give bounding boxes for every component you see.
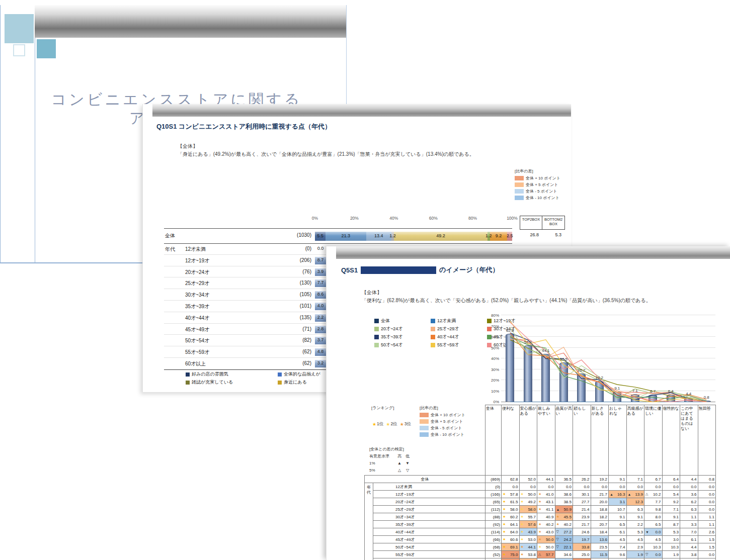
q10-axis-tick: 100% (502, 216, 522, 221)
q10-x-axis: 0%20%40%60%80%100% (315, 216, 512, 222)
q5-cell-value: 4.5 (655, 537, 661, 542)
q5-cell-value: 41.1 (546, 507, 554, 512)
q5-cell: 0.0 (662, 483, 680, 491)
cover-left-rule (35, 38, 35, 262)
q5-cell-value: 0.8 (709, 477, 714, 482)
q5-legend-label: 全体 (381, 318, 390, 324)
q5-cell-value: 6.5 (655, 522, 661, 527)
q5-row-label: 12才~19才 (373, 491, 485, 498)
q5-bar-value: 9.1 (608, 386, 626, 391)
q5-cell: 20.7 (591, 521, 609, 528)
q10-header-bar (152, 104, 571, 117)
rank-star-icon: ★ (521, 492, 524, 496)
q5-cell-value: 64.1 (510, 522, 518, 527)
q5-cell-value: 58.0 (510, 507, 518, 512)
q5-cell-value: 0.0 (637, 485, 643, 489)
q5-cell: ★53.0 (519, 536, 537, 543)
q5-legend-swatch (431, 327, 435, 331)
q5-cell-value: 0.0 (584, 485, 589, 489)
ratio-label: 全体 + 5 ポイント (526, 182, 558, 188)
q5-row-n: (112) (485, 506, 502, 513)
q5-cell-value: 75.0 (510, 552, 518, 557)
q10-age-group-label: 年代 (165, 246, 175, 253)
q5-cell: 18.2 (591, 513, 609, 521)
q5-legend-swatch (431, 319, 435, 323)
significance-mark-icon: ▽ (556, 545, 559, 549)
q10-ratio-legend: [比率の差]全体 + 10 ポイント全体 + 5 ポイント全体 - 5 ポイント… (515, 168, 570, 201)
q5-cell-value: 7.7 (655, 500, 661, 504)
q5-row-label: 12才未満 (373, 483, 485, 491)
q5-cell-value: 0.0 (655, 485, 661, 489)
q10-title: Q10S1 コンビニエンスストア利用時に重視する点（年代） (156, 122, 331, 131)
ratio-label: 全体 + 10 ポイント (431, 412, 465, 418)
q5-cell: ▲13.9 (626, 491, 644, 498)
q10-segment-value: 5.5 (317, 233, 323, 238)
q5-legend-item: 40才~44才 (431, 333, 487, 341)
q5-y-tick-label: 40% (483, 356, 499, 361)
q5-cell: 7.1 (662, 506, 680, 513)
significance-mark-icon: ▼ (645, 530, 649, 534)
q5-cell-value: 6.3 (691, 507, 696, 512)
rank-star-icon: ★ (503, 537, 506, 541)
q5-cell: 6.5 (609, 521, 627, 528)
q5-legend-label: 35才~39才 (381, 334, 402, 340)
q5-cell: △10.2 (644, 491, 663, 498)
q10-row-bar: 7.7 (315, 279, 326, 287)
q5-col-header: 新しさがある (591, 405, 609, 476)
rank-legend-item: ★3位 (400, 421, 411, 427)
q5-cell-value: 0.0 (709, 552, 714, 557)
q5-col-header: おしゃれな (609, 405, 627, 476)
significance-mark-icon: ▽ (556, 530, 559, 534)
q5-cell: 4.3 (626, 558, 644, 560)
q10-legend-swatch (278, 372, 282, 377)
q10-bar-segment: 2.5 (507, 232, 512, 241)
q5-row-label: 60才以上 (373, 558, 485, 560)
q5-row-label: 55才~59才 (373, 551, 485, 558)
q5-cell-value: 0.0 (655, 530, 661, 534)
q10-axis-tick: 20% (344, 216, 364, 221)
q5-legend-swatch (431, 335, 435, 339)
q5-cell: ▲50.9 (555, 506, 573, 513)
q10-row-bar: 3.2 (315, 360, 326, 367)
q5-bar-value: 4.4 (680, 392, 698, 396)
ratio-label: 全体 + 10 ポイント (526, 175, 560, 181)
q5-cell: 0.0 (662, 558, 680, 560)
rank-star-icon: ★ (556, 522, 559, 526)
slide-q5[interactable]: Q5S1 のイメージ（年代） 【全体】 「便利な」(62.8%)が最も高く、次い… (326, 246, 730, 560)
decor-square-teal (37, 39, 56, 58)
q5-cell-value: 13.9 (635, 492, 643, 497)
ratio-swatch (420, 413, 429, 417)
q5-cell: △57.7 (537, 551, 555, 558)
q5-cell: 23.9 (573, 513, 591, 521)
rank-star-icon: ★ (503, 515, 506, 519)
q5-legend-label: 12才未満 (437, 318, 456, 324)
q5-cell: 0.0 (626, 483, 644, 491)
q5-legend-item: 全体 (374, 317, 431, 325)
q5-row-label: 30才~34才 (373, 513, 485, 521)
q5-bar-value: 6.4 (662, 389, 680, 394)
q5-col-header: 品質が高い (555, 405, 573, 476)
q5-cell-value: 9.1 (637, 515, 643, 519)
sig-high-label: 高 (395, 453, 403, 460)
sig-legend-row: 1%▲▼ (369, 460, 430, 467)
significance-mark-icon: ▲ (556, 508, 560, 511)
q10-bottom2box-header: BOTTOM2 BOX (542, 216, 564, 229)
ratio-legend-title: [比率の差] (515, 168, 570, 174)
q5-cell: 7.4 (609, 543, 627, 551)
q5-cell: 0.0 (609, 483, 627, 491)
q5-cell-value: 49.2 (528, 500, 536, 504)
q5-cell: 2.2 (626, 521, 644, 528)
q5-cell-value: 43.9 (528, 530, 536, 534)
q5-cell: 36.5 (555, 476, 573, 483)
q5-cell: 12.3 (626, 498, 644, 506)
q5-cell-value: 6.2 (691, 500, 696, 504)
q5-cell-value: 27.2 (563, 530, 572, 534)
q5-legend-swatch (374, 335, 379, 339)
q10-summary-text: 「身近にある」(49.2%)が最も高く、次いで「全体的な品揃えが豊富」(21.3… (178, 150, 474, 158)
q5-cell-value: 7.4 (619, 545, 625, 549)
q5-cell-value: 33.8 (582, 545, 590, 549)
q5-bar-value: 62.8 (501, 328, 519, 333)
q10-segment-value: 49.2 (436, 233, 445, 238)
q5-cell: 4.5 (626, 536, 644, 543)
q5-table-row: 45才~49才(66)★60.6★53.0★50.0▽24.219.713.64… (365, 536, 716, 543)
